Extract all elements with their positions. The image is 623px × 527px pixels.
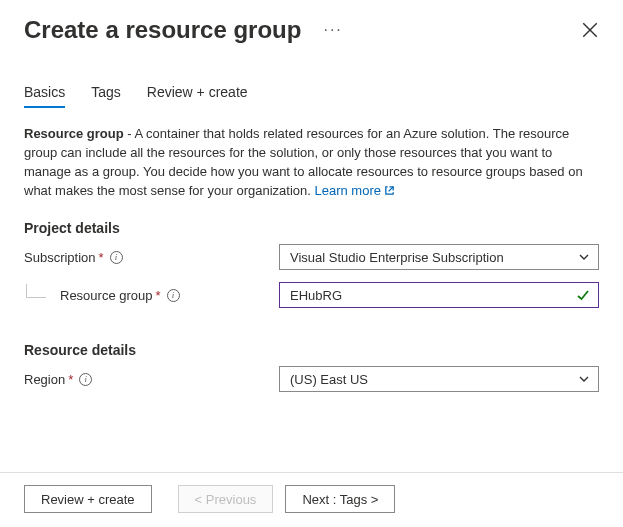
tab-basics[interactable]: Basics [24,84,65,108]
required-indicator: * [156,288,161,303]
review-create-button[interactable]: Review + create [24,485,152,513]
resource-group-label: Resource group [60,288,153,303]
region-value: (US) East US [290,372,368,387]
previous-button: < Previous [178,485,274,513]
more-icon[interactable]: ··· [323,22,342,38]
tab-tags[interactable]: Tags [91,84,121,108]
subscription-select[interactable]: Visual Studio Enterprise Subscription [279,244,599,270]
info-icon[interactable]: i [110,251,123,264]
external-link-icon [384,185,395,196]
checkmark-icon [576,288,590,302]
nest-indicator [26,284,46,298]
chevron-down-icon [578,373,590,385]
section-resource-details: Resource details [24,342,599,358]
description: Resource group - A container that holds … [24,125,599,200]
subscription-label: Subscription [24,250,96,265]
region-select[interactable]: (US) East US [279,366,599,392]
close-icon[interactable] [581,21,599,39]
tab-review-create[interactable]: Review + create [147,84,248,108]
info-icon[interactable]: i [167,289,180,302]
footer: Review + create < Previous Next : Tags > [0,472,623,527]
region-label: Region [24,372,65,387]
info-icon[interactable]: i [79,373,92,386]
subscription-value: Visual Studio Enterprise Subscription [290,250,504,265]
required-indicator: * [68,372,73,387]
description-lead: Resource group [24,126,124,141]
section-project-details: Project details [24,220,599,236]
tabs: Basics Tags Review + create [24,84,599,109]
next-button[interactable]: Next : Tags > [285,485,395,513]
resource-group-value: EHubRG [290,288,342,303]
page-title: Create a resource group [24,16,301,44]
resource-group-input[interactable]: EHubRG [279,282,599,308]
required-indicator: * [99,250,104,265]
chevron-down-icon [578,251,590,263]
learn-more-link[interactable]: Learn more [314,183,394,198]
